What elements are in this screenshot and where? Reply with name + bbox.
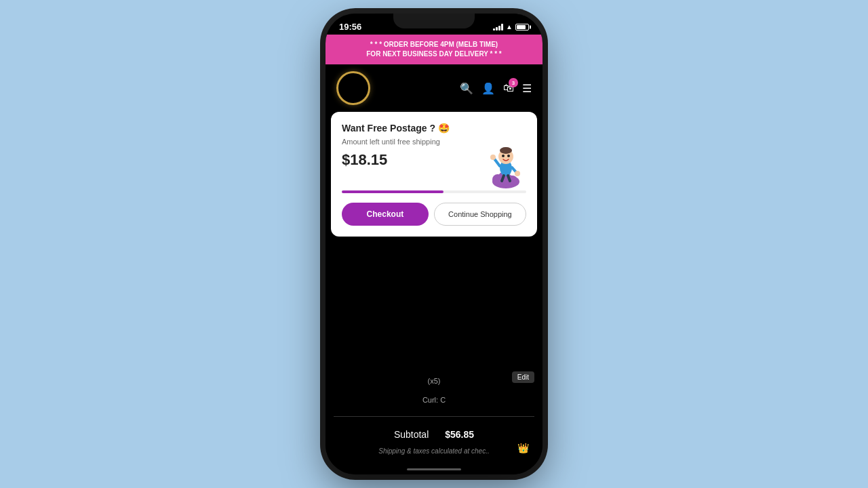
modal-title: Want Free Postage ? 🤩 (342, 123, 526, 134)
svg-line-14 (508, 176, 510, 181)
progress-bar (342, 190, 526, 193)
status-bar: 19:56 ▲ (326, 14, 542, 35)
promo-banner: * * * ORDER BEFORE 4PM (MELB TIME) FOR N… (326, 35, 542, 64)
account-button[interactable]: 👤 (481, 82, 495, 95)
header: 🔍 👤 🛍 3 ☰ (326, 64, 542, 112)
crown-icon: 👑 (517, 443, 529, 453)
edit-button[interactable]: Edit (512, 371, 534, 383)
subtotal-row: Subtotal $56.85 (334, 421, 534, 444)
checkout-button[interactable]: Checkout (342, 203, 429, 226)
menu-button[interactable]: ☰ (522, 82, 532, 95)
header-icons: 🔍 👤 🛍 3 ☰ (460, 82, 532, 95)
progress-bar-fill (342, 190, 443, 193)
status-time: 19:56 (339, 22, 361, 32)
subtotal-label: Subtotal (394, 429, 429, 440)
shipping-note: Shipping & taxes calculated at chec.. (378, 447, 489, 455)
banner-line1: * * * ORDER BEFORE 4PM (MELB TIME) (334, 40, 534, 49)
main-content: Want Free Postage ? 🤩 Amount left until … (326, 112, 542, 464)
subtotal-amount: $56.85 (445, 429, 474, 440)
free-shipping-amount: $18.15 (342, 151, 440, 169)
svg-point-11 (490, 155, 496, 160)
svg-point-12 (515, 171, 520, 176)
logo (336, 71, 370, 105)
svg-point-6 (500, 147, 512, 154)
banner-line2: FOR NEXT BUSINESS DAY DELIVERY * * * (334, 49, 534, 59)
signal-icon (493, 24, 503, 30)
continue-shopping-button[interactable]: Continue Shopping (434, 203, 526, 226)
cart-item-qty: (x5) (334, 371, 534, 390)
home-indicator (407, 468, 461, 470)
character-illustration (486, 138, 526, 185)
divider (334, 416, 534, 417)
svg-point-8 (507, 155, 510, 157)
free-shipping-row: Amount left until free shipping $18.15 (342, 138, 526, 185)
svg-point-7 (502, 155, 505, 157)
phone-screen: 19:56 ▲ * * * ORDER BEFORE 4PM (MELB TIM… (326, 14, 542, 474)
phone-frame: 19:56 ▲ * * * ORDER BEFORE 4PM (MELB TIM… (326, 14, 542, 474)
battery-icon (515, 24, 529, 30)
search-button[interactable]: 🔍 (460, 82, 473, 95)
bottom-bar (326, 464, 542, 474)
svg-line-13 (502, 176, 504, 181)
modal-subtitle: Amount left until free shipping (342, 138, 440, 146)
modal-buttons: Checkout Continue Shopping (342, 203, 526, 226)
status-icons: ▲ (493, 23, 529, 30)
wifi-icon: ▲ (506, 23, 513, 30)
cart-badge: 3 (509, 78, 518, 87)
cart-content: (x5) Curl: C Edit Subtotal $56.85 Shippi… (326, 369, 542, 464)
cart-item-detail: Curl: C (334, 390, 534, 409)
cart-button[interactable]: 🛍 3 (503, 82, 514, 94)
free-postage-modal: Want Free Postage ? 🤩 Amount left until … (331, 112, 537, 237)
